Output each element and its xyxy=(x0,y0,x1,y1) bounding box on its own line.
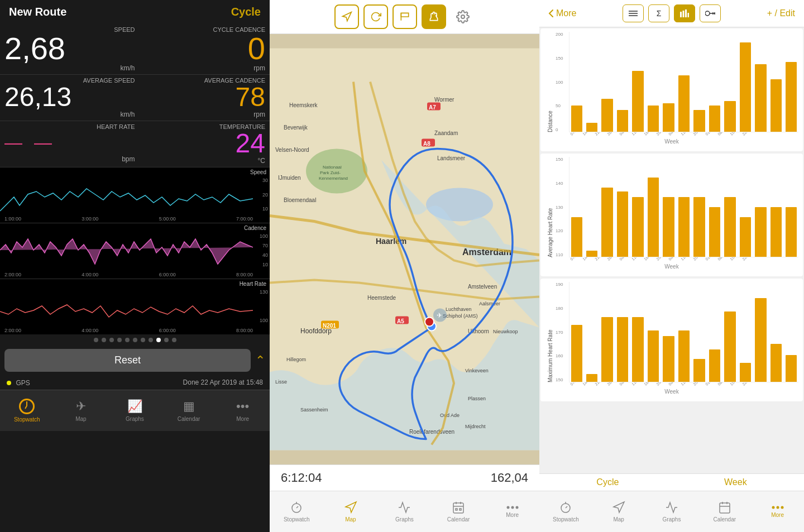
bar xyxy=(678,330,690,382)
bar xyxy=(571,325,582,382)
left-tab-more[interactable]: ••• More xyxy=(216,390,270,431)
mid-tab-map[interactable]: Map xyxy=(324,491,378,532)
distance-x-labels: 07/05/201814/05/201821/01/201928/01/2019… xyxy=(545,132,798,137)
right-tab-stopwatch[interactable]: Stopwatch xyxy=(539,491,592,532)
x-label: 11/03/2019 xyxy=(680,132,691,136)
left-tab-calendar-label: Calendar xyxy=(178,416,200,422)
dot-9[interactable] xyxy=(156,338,161,342)
dot-6[interactable] xyxy=(133,338,137,342)
svg-text:Lisse: Lisse xyxy=(275,379,287,385)
dot-3[interactable] xyxy=(109,338,114,342)
right-tab-graphs[interactable]: Graphs xyxy=(645,491,698,532)
dot-7[interactable] xyxy=(141,338,145,342)
avg-hr-chart-title: Average Heart Rate xyxy=(545,157,553,257)
x-label: 18/02/2019 xyxy=(643,382,654,386)
x-label: 04/02/2019 xyxy=(619,132,629,136)
right-tab-map[interactable]: Map xyxy=(592,491,645,532)
x-label: 15/04/2019 xyxy=(729,132,740,136)
edit-label[interactable]: + / Edit xyxy=(767,8,795,18)
bar-col xyxy=(570,106,583,132)
temp-value: 24 xyxy=(236,130,265,157)
mid-tab-more-label: More xyxy=(506,512,519,518)
bar xyxy=(770,79,782,132)
dot-1[interactable] xyxy=(94,338,98,342)
svg-rect-52 xyxy=(453,503,463,513)
key-button[interactable] xyxy=(700,4,721,22)
x-label: 25/03/2019 xyxy=(692,382,703,386)
max-hr-x-labels: 07/05/201814/05/201821/01/201928/01/2019… xyxy=(545,382,798,387)
mid-map-icon xyxy=(344,501,357,514)
x-label: 14/05/2018 xyxy=(582,257,592,261)
right-tab-calendar-label: Calendar xyxy=(713,516,736,523)
bar xyxy=(740,42,751,132)
week-filter[interactable]: Week xyxy=(724,477,747,487)
right-tab-calendar[interactable]: Calendar xyxy=(698,491,751,532)
x-label: 15/04/2019 xyxy=(729,257,740,261)
flag-button[interactable] xyxy=(393,4,417,29)
bar-col xyxy=(585,374,599,382)
x-label: 08/04/2019 xyxy=(717,382,728,386)
dot-4[interactable] xyxy=(117,338,122,342)
right-tab-more[interactable]: More xyxy=(751,491,804,532)
bar-chart-button[interactable] xyxy=(674,4,695,22)
dot-8[interactable] xyxy=(149,338,153,342)
bar-col xyxy=(738,217,752,257)
left-tab-map[interactable]: ✈ Map xyxy=(54,390,108,431)
svg-text:Nationaal: Nationaal xyxy=(323,165,342,170)
list-button[interactable] xyxy=(623,4,644,22)
mid-tab-stopwatch[interactable]: Stopwatch xyxy=(270,491,324,532)
graphs-icon: 📈 xyxy=(127,399,142,414)
svg-rect-67 xyxy=(688,13,690,17)
bar xyxy=(678,197,690,257)
x-label: 04/03/2019 xyxy=(668,132,678,136)
map-svg: Nationaal Park Zuid- Kennemerland Heemsk… xyxy=(270,34,539,464)
mid-tab-calendar[interactable]: Calendar xyxy=(432,491,486,532)
dot-2[interactable] xyxy=(102,338,106,342)
mid-tab-more[interactable]: More xyxy=(485,491,539,532)
dot-10[interactable] xyxy=(164,338,169,342)
x-label: 14/05/2018 xyxy=(582,382,592,386)
svg-point-58 xyxy=(506,506,509,509)
left-tab-calendar[interactable]: ▦ Calendar xyxy=(162,390,216,431)
hand-button[interactable] xyxy=(422,4,446,29)
dot-11[interactable] xyxy=(172,338,176,342)
svg-rect-76 xyxy=(720,503,730,513)
mid-tab-graphs[interactable]: Graphs xyxy=(377,491,432,532)
bar-col xyxy=(631,317,645,382)
x-label: 21/01/2019 xyxy=(594,132,605,136)
bar xyxy=(648,330,659,382)
bar xyxy=(586,374,597,382)
x-label: 21/01/2019 xyxy=(594,382,605,386)
bar xyxy=(786,207,797,257)
right-calendar-icon xyxy=(718,501,731,514)
bar xyxy=(663,103,674,132)
cadence-chart: Cadence 100 70 40 10 2:00:00 4:00:00 6:0… xyxy=(0,223,270,279)
reset-button[interactable]: Reset xyxy=(4,349,251,372)
svg-text:Vinkeveen: Vinkeveen xyxy=(465,368,489,373)
left-tab-graphs[interactable]: 📈 Graphs xyxy=(108,390,162,431)
bar xyxy=(586,251,597,257)
page-dots xyxy=(0,334,270,346)
settings-button[interactable] xyxy=(451,4,475,29)
x-label: 01/04/2019 xyxy=(705,382,715,386)
speed-block: SPEED 2,68 km/h xyxy=(4,26,135,72)
bar-col xyxy=(677,330,691,382)
svg-text:Kennemerland: Kennemerland xyxy=(319,176,348,181)
svg-text:✈: ✈ xyxy=(437,311,442,319)
refresh-button[interactable] xyxy=(363,4,388,29)
bar-col xyxy=(662,336,676,382)
left-tab-stopwatch[interactable]: Stopwatch xyxy=(0,390,54,431)
sigma-button[interactable]: Σ xyxy=(648,4,669,22)
chevron-up-icon[interactable]: ⌃ xyxy=(255,353,265,368)
map-area[interactable]: Nationaal Park Zuid- Kennemerland Heemsk… xyxy=(270,34,539,464)
cycle-filter[interactable]: Cycle xyxy=(596,477,619,487)
speed-value: 2,68 xyxy=(4,33,65,64)
svg-text:Aalsmeer: Aalsmeer xyxy=(479,301,500,306)
svg-point-60 xyxy=(515,506,518,509)
speed-y1: 30 xyxy=(262,178,268,183)
dot-5[interactable] xyxy=(125,338,130,342)
back-button[interactable]: More xyxy=(548,8,576,18)
navigation-button[interactable] xyxy=(334,4,359,29)
x-label: 04/02/2019 xyxy=(619,382,629,386)
bar xyxy=(632,317,643,382)
